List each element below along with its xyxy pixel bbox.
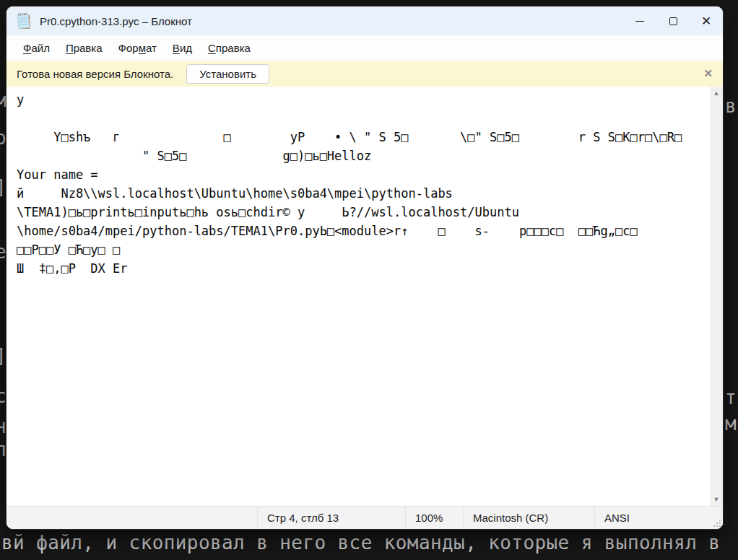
editor-line: у	[17, 90, 710, 109]
minimize-icon	[635, 21, 644, 22]
menu-item-help[interactable]: Справка	[200, 39, 259, 57]
menu-item-file[interactable]: Файл	[15, 39, 58, 57]
window-title: Pr0.cpython-313.pyc – Блокнот	[40, 15, 192, 27]
window-controls: ✕	[623, 6, 723, 35]
scroll-up-button[interactable]: ▲	[710, 87, 723, 100]
status-zoom-level: 100%	[405, 507, 463, 529]
notepad-icon	[17, 12, 32, 30]
menu-item-edit[interactable]: Правка	[58, 39, 110, 57]
desktop-text-fragment: т	[725, 387, 737, 408]
resize-grip[interactable]	[712, 518, 721, 527]
editor-line: Ш ‡□,□P DX Er	[17, 259, 710, 278]
editor-line: \home/s0ba4/mpei/python-labs/TEMA1\Pr0.p…	[17, 222, 710, 240]
menu-bar: ФайлПравкаФорматВидСправка	[6, 35, 723, 61]
status-spacer	[6, 507, 257, 529]
status-encoding: ANSI	[594, 507, 723, 529]
close-icon: ✕	[701, 15, 711, 27]
update-notification-bar: Готова новая версия Блокнота. Установить…	[6, 61, 723, 87]
menu-item-view[interactable]: Вид	[165, 39, 200, 57]
maximize-button[interactable]	[656, 6, 690, 35]
status-bar: Стр 4, стлб 13 100% Macintosh (CR) ANSI	[6, 506, 723, 529]
desktop-text-fragment: м	[725, 413, 737, 434]
vertical-scrollbar[interactable]: ▲ ▼	[710, 87, 723, 506]
notification-close-icon[interactable]: ✕	[703, 67, 713, 80]
desktop-text-fragment: в	[725, 95, 737, 117]
editor-line: □□P□□У □Ћ□у□ □	[17, 240, 710, 259]
close-button[interactable]: ✕	[690, 6, 723, 35]
notepad-window: Pr0.cpython-313.pyc – Блокнот ✕ ФайлПрав…	[6, 6, 724, 530]
editor-line: Y□shъ г □ уР • \ " S 5□ \□" S□5□ r S S□K…	[17, 128, 710, 146]
maximize-icon	[669, 17, 677, 25]
status-line-ending: Macintosh (CR)	[463, 507, 594, 529]
minimize-button[interactable]	[623, 6, 656, 35]
desktop-terminal-text: вй файл, и скопировал в него все команды…	[1, 532, 720, 554]
editor-line: Your name =	[17, 165, 710, 184]
notification-message: Готова новая версия Блокнота.	[17, 68, 173, 80]
text-editor[interactable]: у Y□shъ г □ уР • \ " S 5□ \□" S□5□ r S S…	[6, 87, 710, 506]
editor-line: \TEMA1)□ь□printь□inputь□hь osь□chdir© у …	[17, 203, 710, 222]
editor-line	[17, 109, 710, 128]
editor-area: у Y□shъ г □ уР • \ " S 5□ \□" S□5□ r S S…	[6, 87, 723, 506]
install-button[interactable]: Установить	[186, 64, 269, 84]
title-bar: Pr0.cpython-313.pyc – Блокнот ✕	[6, 6, 723, 35]
editor-line: й Nz8\\wsl.localhost\Ubuntu\home\s0ba4\m…	[17, 184, 710, 203]
menu-item-format[interactable]: Формат	[110, 39, 165, 57]
editor-line: " S□5□ g□)□ь□Helloz	[17, 146, 710, 165]
scroll-down-button[interactable]: ▼	[710, 493, 723, 506]
status-cursor-position: Стр 4, стлб 13	[257, 507, 405, 529]
